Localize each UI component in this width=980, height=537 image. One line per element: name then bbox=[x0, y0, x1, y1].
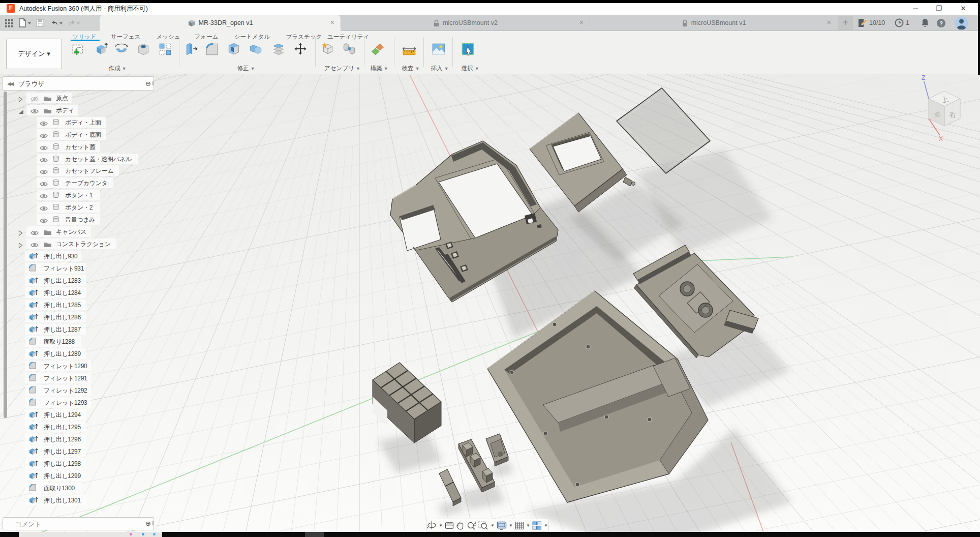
ribbon-group-label[interactable]: 検査 ▼ bbox=[395, 65, 426, 72]
notification-bell-icon[interactable] bbox=[920, 18, 930, 28]
visibility-eye-icon[interactable] bbox=[40, 157, 48, 163]
browser-scrollbar[interactable] bbox=[4, 92, 7, 418]
version-badge[interactable]: 10/10 bbox=[869, 19, 885, 26]
nav-caret[interactable]: ▼ bbox=[491, 523, 495, 528]
part-volume-knob[interactable] bbox=[439, 469, 461, 506]
nav-caret[interactable]: ▼ bbox=[439, 523, 443, 528]
orbit-icon[interactable] bbox=[427, 521, 437, 530]
expand-arrow-icon[interactable] bbox=[18, 230, 23, 236]
revolve-icon[interactable] bbox=[114, 41, 129, 58]
minimize-button[interactable]: ─ bbox=[908, 4, 923, 14]
feature-label: 押し出し1299 bbox=[44, 472, 81, 481]
visibility-eye-icon[interactable] bbox=[40, 193, 48, 199]
move-copy-icon[interactable] bbox=[293, 41, 308, 58]
ribbon-tab[interactable]: ユーティリティ bbox=[318, 33, 379, 41]
browser-item-label: ボディ bbox=[56, 106, 74, 115]
ribbon-separator bbox=[423, 37, 424, 67]
part-button-2[interactable] bbox=[486, 434, 508, 466]
feature-label: フィレット931 bbox=[44, 264, 84, 273]
fillet-icon[interactable] bbox=[204, 41, 220, 58]
ribbon-group-label[interactable]: アセンブリ ▼ bbox=[324, 65, 355, 72]
tab-close-icon[interactable]: × bbox=[827, 18, 831, 26]
navigation-toolbar: ▼▼▼▼▼ bbox=[426, 519, 549, 532]
tab-title: microUSBmount v2 bbox=[443, 19, 498, 26]
file-menu-icon[interactable] bbox=[18, 18, 32, 27]
expand-arrow-icon[interactable] bbox=[18, 243, 23, 248]
comment-resize-grip[interactable]: ‖ bbox=[152, 520, 155, 526]
nav-caret[interactable]: ▼ bbox=[509, 523, 513, 528]
new-component-icon[interactable] bbox=[320, 41, 335, 58]
grid-settings-icon[interactable] bbox=[515, 521, 524, 530]
pattern-icon[interactable] bbox=[158, 41, 173, 58]
extensions-icon[interactable] bbox=[858, 18, 868, 28]
app-grid-icon[interactable] bbox=[4, 18, 13, 27]
browser-minus-icon[interactable]: ⊖ bbox=[145, 80, 151, 87]
look-at-icon[interactable] bbox=[445, 521, 454, 530]
measure-icon[interactable] bbox=[402, 41, 417, 58]
workspace-selector[interactable]: デザイン ▾ bbox=[6, 39, 62, 69]
undo-icon[interactable] bbox=[50, 18, 63, 27]
maximize-button[interactable]: ❐ bbox=[931, 4, 946, 14]
zoom-icon[interactable] bbox=[467, 521, 476, 530]
help-icon[interactable]: ? bbox=[936, 18, 946, 28]
ribbon-separator bbox=[179, 37, 179, 67]
tab-close-icon[interactable]: × bbox=[330, 18, 334, 26]
create-sketch-icon[interactable] bbox=[71, 41, 86, 58]
save-icon[interactable] bbox=[36, 18, 45, 27]
document-tab[interactable]: MR-33DR_open v1 × bbox=[100, 15, 341, 31]
avatar[interactable] bbox=[955, 16, 968, 30]
collapse-browser-icon[interactable]: ◀◀ bbox=[7, 81, 13, 86]
visibility-eye-icon[interactable] bbox=[40, 169, 48, 175]
visibility-eye-icon[interactable] bbox=[40, 205, 48, 212]
ribbon-group-label[interactable]: 修正 ▼ bbox=[231, 65, 261, 72]
nav-caret[interactable]: ▼ bbox=[526, 523, 530, 528]
display-settings-icon[interactable] bbox=[497, 521, 507, 530]
visibility-eye-icon[interactable] bbox=[40, 218, 48, 224]
comment-bar[interactable]: コメント ⊕ ‖ bbox=[3, 517, 154, 530]
zoom-window-icon[interactable] bbox=[478, 521, 488, 530]
extrude-icon[interactable] bbox=[93, 41, 108, 58]
visibility-eye-icon[interactable] bbox=[30, 108, 39, 114]
viewport-canvas[interactable]: ZX上右前 ◀◀ ブラウザ ⊖ ‖ 原点 ボディ ボディ・上面 bbox=[0, 74, 980, 532]
comment-add-icon[interactable]: ⊕ bbox=[145, 520, 151, 527]
combine-icon[interactable] bbox=[248, 41, 263, 58]
fillet-feature-icon bbox=[28, 264, 37, 272]
visibility-eye-icon[interactable] bbox=[40, 181, 48, 187]
redo-icon[interactable] bbox=[67, 18, 80, 27]
viewports-icon[interactable] bbox=[532, 521, 542, 530]
ribbon-group-label[interactable]: 選択 ▼ bbox=[455, 65, 485, 72]
visibility-eye-icon[interactable] bbox=[40, 133, 48, 139]
hole-icon[interactable] bbox=[136, 41, 151, 58]
nav-caret[interactable]: ▼ bbox=[544, 523, 548, 528]
visibility-eye-off-icon[interactable] bbox=[30, 96, 39, 102]
visibility-eye-icon[interactable] bbox=[30, 230, 39, 236]
document-tab-bar: MR-33DR_open v1 × microUSBmount v2 × mic… bbox=[0, 15, 980, 31]
extrude-feature-icon bbox=[28, 252, 38, 260]
visibility-eye-icon[interactable] bbox=[30, 242, 39, 248]
browser-resize-grip[interactable]: ‖ bbox=[152, 80, 155, 86]
offset-face-icon[interactable] bbox=[271, 41, 286, 58]
feature-label: 押し出し1297 bbox=[44, 448, 81, 456]
new-tab-button[interactable]: + bbox=[838, 16, 853, 30]
browser-panel-header[interactable]: ◀◀ ブラウザ ⊖ ‖ bbox=[3, 76, 154, 91]
ribbon-group-label[interactable]: 作成 ▼ bbox=[102, 65, 133, 72]
shell-icon[interactable] bbox=[226, 41, 241, 58]
press-pull-icon[interactable] bbox=[183, 41, 199, 58]
collapse-arrow-icon[interactable] bbox=[18, 109, 24, 114]
pan-hand-icon[interactable] bbox=[456, 521, 465, 530]
job-status-clock-icon[interactable] bbox=[895, 18, 904, 28]
browser-item-label: ボタン・2 bbox=[65, 203, 93, 212]
insert-image-icon[interactable] bbox=[431, 41, 446, 58]
visibility-eye-icon[interactable] bbox=[40, 121, 48, 127]
expand-arrow-icon[interactable] bbox=[18, 97, 23, 102]
visibility-eye-icon[interactable] bbox=[40, 145, 48, 151]
document-tab[interactable]: microUSBmount v1 × bbox=[590, 15, 837, 31]
ribbon-group-label[interactable]: 構築 ▼ bbox=[364, 65, 394, 72]
document-tab[interactable]: microUSBmount v2 × bbox=[341, 15, 590, 31]
construction-plane-icon[interactable] bbox=[370, 41, 385, 58]
joint-icon[interactable] bbox=[342, 41, 357, 58]
select-icon[interactable] bbox=[461, 41, 476, 58]
close-button[interactable]: ✕ bbox=[956, 4, 971, 14]
ribbon-group-label[interactable]: 挿入 ▼ bbox=[424, 65, 455, 72]
tab-close-icon[interactable]: × bbox=[579, 18, 584, 26]
